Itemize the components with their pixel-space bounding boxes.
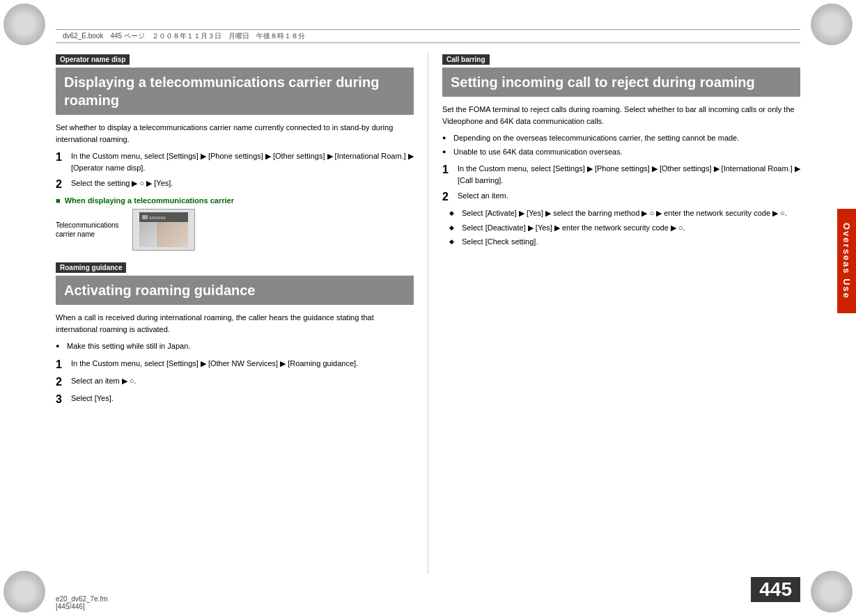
operator-intro: Set whether to display a telecommunicati… [56,122,414,145]
footer-pages: [445/446] [56,603,85,610]
step-number: 3 [56,393,67,406]
top-metadata-bar: dv62_E.book 445 ページ ２００８年１１月３日 月曜日 午後８時１… [56,29,800,43]
step-text: In the Custom menu, select [Settings] ▶ … [71,150,414,173]
call-barring-bullets: Depending on the overseas telecommunicat… [442,132,800,157]
screen-icon [142,215,148,219]
roaming-section-label: Roaming guidance [56,262,126,273]
phone-screen-bar: xxxxxx [139,212,188,222]
bullet-item: Make this setting while still in Japan. [56,340,414,352]
footer: e20_dv62_7e.fm [445/446] [56,595,108,610]
roaming-step-3: 3 Select [Yes]. [56,393,414,406]
step-text: In the Custom menu, select [Settings] ▶ … [458,163,800,186]
corner-decoration-tl [3,3,45,45]
step-text: Select [Yes]. [71,393,414,404]
operator-step-1: 1 In the Custom menu, select [Settings] … [56,150,414,173]
img-caption: Telecommunications carrier name [56,221,125,239]
diamond-item: Select [Check setting]. [449,236,800,248]
carrier-text: xxxxxx [149,214,166,221]
barring-diamond-list: Select [Activate] ▶ [Yes] ▶ select the b… [449,207,800,248]
corner-decoration-tr [811,3,853,45]
bullet-item: Depending on the overseas telecommunicat… [442,132,800,144]
metadata-text: dv62_E.book 445 ページ ２００８年１１月３日 月曜日 午後８時１… [63,31,305,41]
page-number: 445 [751,577,800,602]
right-column: Call barring Setting incoming call to re… [428,52,800,574]
left-column: Operator name disp Displaying a telecomm… [56,52,428,574]
call-barring-intro: Set the FOMA terminal to reject calls du… [442,104,800,127]
corner-decoration-br [811,571,853,613]
step-number: 2 [56,177,67,191]
diamond-item: Select [Deactivate] ▶ [Yes] ▶ enter the … [449,222,800,234]
footer-filename: e20_dv62_7e.fm [56,595,108,603]
step-number: 1 [56,358,67,371]
barring-step-2: 2 Select an item. [442,190,800,203]
corner-decoration-bl [3,571,45,613]
step-number: 2 [442,190,453,203]
phone-image: xxxxxx [132,209,195,251]
phone-inner: xxxxxx [139,212,188,247]
step-text: In the Custom menu, select [Settings] ▶ … [71,358,414,370]
operator-section-label: Operator name disp [56,54,130,65]
bullet-item: Unable to use 64K data communication ove… [442,146,800,158]
phone-face [157,222,188,247]
operator-section-title: Displaying a telecommunications carrier … [56,68,414,115]
step-number: 1 [442,163,453,176]
overseas-use-tab: Overseas Use [837,209,856,313]
operator-step-2: 2 Select the setting ▶ ○ ▶ [Yes]. [56,177,414,191]
step-text: Select an item ▶ ○. [71,375,414,387]
main-content: Operator name disp Displaying a telecomm… [56,52,800,574]
operator-section: Operator name disp Displaying a telecomm… [56,52,414,251]
diamond-item: Select [Activate] ▶ [Yes] ▶ select the b… [449,207,800,219]
roaming-section-title: Activating roaming guidance [56,276,414,305]
roaming-section: Roaming guidance Activating roaming guid… [56,260,414,406]
roaming-intro: When a call is received during internati… [56,312,414,335]
barring-step-1: 1 In the Custom menu, select [Settings] … [442,163,800,186]
roaming-bullets: Make this setting while still in Japan. [56,340,414,352]
step-text: Select an item. [458,190,800,202]
roaming-step-1: 1 In the Custom menu, select [Settings] … [56,358,414,371]
sub-section-label: When displaying a telecommunications car… [56,196,414,205]
step-number: 2 [56,375,67,388]
step-number: 1 [56,150,67,164]
step-text: Select the setting ▶ ○ ▶ [Yes]. [71,177,414,189]
phone-display-area: Telecommunications carrier name xxxxxx [56,209,414,251]
roaming-step-2: 2 Select an item ▶ ○. [56,375,414,388]
call-barring-title: Setting incoming call to reject during r… [442,68,800,97]
call-barring-label: Call barring [442,54,490,65]
